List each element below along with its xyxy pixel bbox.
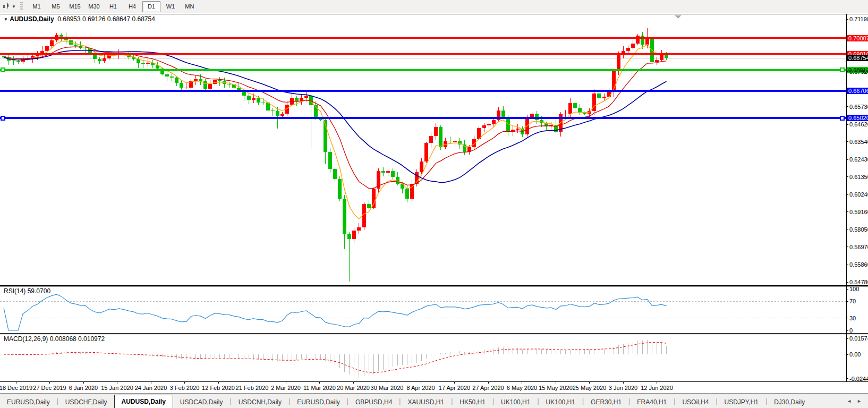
svg-text:-0.02441: -0.02441 (849, 376, 868, 382)
svg-text:0.56970: 0.56970 (849, 244, 868, 250)
ohlc-open: 0.68953 (57, 15, 80, 23)
chart-shift-marker-icon[interactable] (675, 15, 681, 19)
svg-text:8 Apr 2020: 8 Apr 2020 (406, 385, 435, 391)
chart-tab-USOil-H4[interactable]: USOil,H4 (675, 396, 716, 408)
hline-0.66706[interactable]: 0.66706 (0, 88, 868, 94)
svg-text:0.015741: 0.015741 (849, 335, 868, 342)
chart-tab-GBPUSD-H4[interactable]: GBPUSD,H4 (348, 396, 399, 408)
timeframe-button-H4[interactable]: H4 (123, 1, 141, 12)
svg-text:0.71190: 0.71190 (849, 16, 868, 22)
timeframe-buttons: M1M5M15M30H1H4D1W1MN (27, 1, 199, 12)
rsi-line (4, 294, 667, 330)
timeframe-button-D1[interactable]: D1 (142, 1, 160, 12)
svg-text:6 May 2020: 6 May 2020 (507, 385, 537, 391)
chart-tab-FRA40-H1[interactable]: FRA40,H1 (630, 396, 674, 408)
hline-0.65020[interactable]: 0.65020 (0, 115, 868, 121)
toolbar-grip[interactable] (20, 2, 23, 11)
timeframe-button-M30[interactable]: M30 (85, 1, 103, 12)
svg-text:18 Dec 2019: 18 Dec 2019 (0, 385, 32, 391)
svg-text:17 Apr 2020: 17 Apr 2020 (439, 385, 470, 391)
svg-text:30 Mar 2020: 30 Mar 2020 (371, 385, 404, 391)
chart-tab-EURUSD-Daily[interactable]: EURUSD,Daily (0, 396, 57, 408)
svg-text:0.63540: 0.63540 (849, 139, 868, 145)
chart-tab-UK100-H1[interactable]: UK100,H1 (539, 396, 582, 408)
current-price-label: 0.68754 (847, 55, 868, 61)
timeframe-toolbar: ▼ M1M5M15M30H1H4D1W1MN (0, 0, 868, 13)
svg-text:6 Jan 2020: 6 Jan 2020 (69, 385, 98, 391)
svg-text:20 Mar 2020: 20 Mar 2020 (337, 385, 370, 391)
svg-text:27 Dec 2019: 27 Dec 2019 (33, 385, 66, 391)
svg-text:0.58050: 0.58050 (849, 226, 868, 233)
svg-text:0.66706: 0.66706 (848, 88, 868, 94)
chart-tab-GER30-H1[interactable]: GER30,H1 (584, 396, 628, 408)
svg-text:0.54780: 0.54780 (849, 279, 868, 285)
svg-text:27 Apr 2020: 27 Apr 2020 (472, 385, 504, 391)
svg-text:0.64620: 0.64620 (849, 121, 868, 128)
svg-text:25 May 2020: 25 May 2020 (573, 385, 607, 391)
fast-ma-line (4, 41, 667, 218)
svg-text:2 Mar 2020: 2 Mar 2020 (271, 385, 301, 391)
hline-0.70007[interactable]: 0.70007 (0, 35, 868, 41)
tab-scroll-left-icon[interactable]: ◄ (847, 398, 852, 404)
chart-tab-USDJPY-H1[interactable]: USDJPY,H1 (718, 396, 765, 408)
candlestick-glyph (2, 2, 11, 11)
candlestick-series (2, 28, 669, 282)
svg-text:11 Mar 2020: 11 Mar 2020 (303, 385, 336, 391)
chart-symbol: AUDUSD,Daily (10, 15, 54, 23)
trading-platform-window: ▼ M1M5M15M30H1H4D1W1MN ▼ AUDUSD,Daily 0.… (0, 0, 868, 408)
chart-menu-caret-icon[interactable]: ▼ (4, 17, 8, 22)
svg-text:70: 70 (849, 298, 856, 304)
svg-text:0.60240: 0.60240 (849, 191, 868, 198)
svg-text:12 Feb 2020: 12 Feb 2020 (202, 385, 235, 391)
chart-tab-USDCHF-Daily[interactable]: USDCHF,Daily (58, 396, 114, 408)
svg-text:0.55860: 0.55860 (849, 261, 868, 268)
svg-text:30: 30 (849, 315, 856, 321)
chart-tab-USDCAD-Daily[interactable]: USDCAD,Daily (173, 396, 230, 408)
svg-text:0.61350: 0.61350 (849, 174, 868, 180)
svg-text:21 Feb 2020: 21 Feb 2020 (236, 385, 269, 391)
ohlc-low: 0.68647 (107, 15, 130, 23)
svg-text:0.00: 0.00 (849, 351, 861, 358)
chart-tab-DJ30-Daily[interactable]: DJ30,Daily (767, 396, 812, 408)
hline-0.68017[interactable]: 0.68017 (0, 67, 868, 73)
svg-text:12 Jun 2020: 12 Jun 2020 (641, 385, 673, 391)
svg-text:15 Jan 2020: 15 Jan 2020 (101, 385, 133, 391)
chart-tab-USDCNH-Daily[interactable]: USDCNH,Daily (232, 396, 288, 408)
chart-title: ▼ AUDUSD,Daily 0.68953 0.69126 0.68647 0… (4, 15, 155, 23)
chart-tab-EURUSD-Daily[interactable]: EURUSD,Daily (290, 396, 347, 408)
chevron-down-icon: ▼ (12, 4, 16, 9)
svg-text:3 Jun 2020: 3 Jun 2020 (609, 385, 637, 391)
tab-scroll-right-icon[interactable]: ► (857, 398, 862, 404)
svg-text:0.65730: 0.65730 (849, 104, 868, 110)
timeframe-button-M5[interactable]: M5 (47, 1, 65, 12)
svg-text:15 May 2020: 15 May 2020 (539, 385, 573, 391)
rsi-indicator-label: RSI(14) 59.0700 (4, 287, 50, 295)
chart-tab-bar: EURUSD,Daily|USDCHF,DailyAUDUSD,DailyUSD… (0, 393, 868, 408)
timeframe-button-M15[interactable]: M15 (66, 1, 84, 12)
rsi-panel[interactable]: 10070300 (0, 286, 859, 334)
timeframe-button-H1[interactable]: H1 (104, 1, 122, 12)
svg-text:0: 0 (849, 327, 853, 334)
timeframe-button-W1[interactable]: W1 (161, 1, 180, 12)
svg-text:0.67920: 0.67920 (849, 69, 868, 75)
svg-text:0.62430: 0.62430 (849, 156, 868, 163)
chart-tab-UK100-H1[interactable]: UK100,H1 (494, 396, 537, 408)
chart-canvas[interactable]: 0.700070.690100.680170.667060.650200.711… (0, 13, 868, 393)
svg-text:24 Jan 2020: 24 Jan 2020 (135, 385, 167, 391)
timeframe-button-MN[interactable]: MN (181, 1, 199, 12)
main-chart-plot[interactable] (0, 28, 846, 282)
timeframe-button-M1[interactable]: M1 (28, 1, 46, 12)
time-axis[interactable]: 18 Dec 201927 Dec 20196 Jan 202015 Jan 2… (0, 381, 673, 391)
svg-text:3 Feb 2020: 3 Feb 2020 (170, 385, 200, 391)
chart-tab-AUDUSD-Daily[interactable]: AUDUSD,Daily (114, 395, 173, 408)
ohlc-high: 0.69126 (82, 15, 105, 23)
svg-text:0.59160: 0.59160 (849, 209, 868, 215)
svg-text:0.70007: 0.70007 (848, 35, 868, 41)
macd-panel[interactable]: 0.0157410.00-0.02441 (4, 335, 868, 381)
ohlc-close: 0.68754 (132, 15, 155, 23)
chart-tab-HK50-H1[interactable]: HK50,H1 (453, 396, 492, 408)
chart-type-icon[interactable]: ▼ (2, 2, 16, 11)
svg-text:0.68754: 0.68754 (848, 55, 868, 61)
tab-scroll-arrows: ◄► (840, 398, 868, 404)
chart-tab-XAUUSD-H1[interactable]: XAUUSD,H1 (401, 396, 451, 408)
